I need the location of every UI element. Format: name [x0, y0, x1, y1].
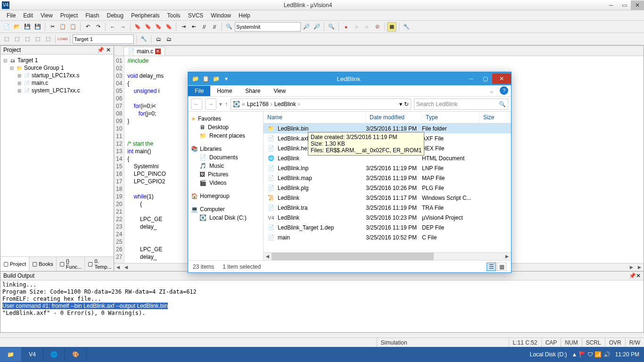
file-row[interactable]: 📄main3/25/2016 10:52 PMC File [264, 232, 511, 242]
editor-tab[interactable]: 📄 main.c ✕ [124, 47, 165, 56]
col-date[interactable]: Date modified [366, 112, 422, 123]
breadcrumb[interactable]: Lpc1768 [247, 101, 269, 107]
project-tab[interactable]: ▢{} Func... [57, 257, 85, 271]
build-icon[interactable]: ⬚ [12, 34, 22, 44]
comment-icon[interactable]: // [199, 22, 209, 32]
taskbar-drive[interactable]: Local Disk (D:) [530, 351, 567, 358]
file-row[interactable]: 📄LedBlink.tra3/25/2016 11:19 PMTRA File [264, 203, 511, 213]
col-type[interactable]: Type [422, 112, 479, 123]
ribbon-view[interactable]: View [267, 86, 292, 96]
bookmark-icon[interactable]: 🔖 [133, 22, 142, 32]
sidebar-homegroup[interactable]: Homegroup [200, 193, 230, 199]
sidebar-favorites[interactable]: Favorites [198, 115, 221, 122]
sidebar-item[interactable]: Music [209, 163, 224, 169]
tree-file[interactable]: startup_LPC17xx.s [32, 72, 79, 79]
tree-root[interactable]: Target 1 [17, 57, 38, 64]
minimize-button[interactable]: ─ [604, 0, 618, 10]
pane-close-icon[interactable]: ✕ [636, 272, 641, 279]
open-file-icon[interactable]: 📂 [12, 22, 22, 32]
sidebar-item[interactable]: Desktop [208, 124, 229, 131]
file-row[interactable]: 📄LedBlink_Target 1.dep3/25/2016 11:19 PM… [264, 222, 511, 232]
ribbon-expand-icon[interactable]: ⌵ [483, 86, 500, 96]
bookmark-next-icon[interactable]: 🔖 [154, 22, 163, 32]
close-button[interactable]: ✕ [631, 0, 644, 10]
menu-debug[interactable]: Debug [103, 11, 127, 20]
bookmark-clear-icon[interactable]: 🔖 [164, 22, 173, 32]
explorer-titlebar[interactable]: 📁 📋 📁 ▾ LedBlink ─ ▢ ✕ [188, 72, 511, 85]
redo-icon[interactable]: ↷ [93, 22, 103, 32]
address-bar[interactable]: 💽 « Lpc1768 › LedBlink › ▾ ↻ [231, 99, 411, 110]
nav-forward-button[interactable]: → [205, 99, 216, 110]
menu-file[interactable]: File [3, 11, 19, 20]
file-row[interactable]: 📄LedBlink.map3/25/2016 11:19 PMMAP File [264, 173, 511, 183]
new-file-icon[interactable]: 📄 [2, 22, 11, 32]
file-row[interactable]: 📄LedBlink.plg3/25/2016 10:26 PMPLG File [264, 183, 511, 193]
new-folder-icon[interactable]: 📁 [211, 74, 221, 84]
explorer-search[interactable]: Search LedBlink 🔍 [414, 99, 508, 110]
save-all-icon[interactable]: 💾 [33, 22, 42, 32]
project-tree[interactable]: ⊟🗂Target 1 ⊟📁Source Group 1 ⊞📄startup_LP… [0, 55, 114, 256]
build-output-text[interactable]: linking... Program Size: Code=1100 RO-da… [0, 280, 644, 332]
taskbar-explorer-icon[interactable]: 📁 [0, 347, 22, 362]
col-name[interactable]: Name [264, 112, 366, 123]
menu-window[interactable]: Window [207, 11, 235, 20]
sidebar-item[interactable]: Local Disk (C:) [209, 214, 247, 221]
explorer-sidebar[interactable]: ★Favorites 🖥Desktop 📁Recent places 📚Libr… [188, 112, 264, 260]
nav-history-icon[interactable]: ▾ [219, 101, 222, 107]
manage2-icon[interactable]: 🗂 [164, 34, 173, 44]
menu-peripherals[interactable]: Peripherals [127, 11, 164, 20]
file-row[interactable]: V4LedBlink3/25/2016 10:23 PMµVision4 Pro… [264, 213, 511, 222]
find-next-icon[interactable]: 🔎 [302, 22, 311, 32]
rebuild-icon[interactable]: ⬚ [23, 34, 32, 44]
debug-icon[interactable]: 🔍 [327, 22, 336, 32]
file-row[interactable]: 📄LedBlink.lnp3/25/2016 11:19 PMLNP File [264, 163, 511, 173]
addr-dropdown-icon[interactable]: ▾ [399, 101, 402, 107]
ribbon-file[interactable]: File [188, 86, 210, 96]
indent-icon[interactable]: ⇥ [179, 22, 188, 32]
cut-icon[interactable]: ✂ [48, 22, 57, 32]
save-icon[interactable]: 💾 [23, 22, 32, 32]
undo-icon[interactable]: ↶ [83, 22, 92, 32]
nav-back-button[interactable]: ← [191, 99, 202, 110]
menu-edit[interactable]: Edit [19, 11, 37, 20]
find-icon[interactable]: 🔍 [224, 22, 234, 32]
explorer-minimize-button[interactable]: ─ [464, 74, 478, 84]
sidebar-computer[interactable]: Computer [200, 206, 225, 213]
tray-icons[interactable]: ▲ 🚩 🛡 📶 🔊 [571, 351, 610, 358]
ribbon-home[interactable]: Home [210, 86, 239, 96]
ribbon-share[interactable]: Share [239, 86, 267, 96]
project-tab[interactable]: ▢Project [0, 257, 29, 271]
tree-file[interactable]: main.c [32, 80, 48, 86]
file-row[interactable]: 📜LedBlink3/25/2016 11:17 PMWindows Scrip… [264, 193, 511, 203]
find-files-icon[interactable]: 🔎 [312, 22, 322, 32]
menu-project[interactable]: Project [57, 11, 82, 20]
maximize-button[interactable]: ▭ [618, 0, 631, 10]
project-tab[interactable]: ▢0. Temp... [85, 257, 115, 271]
code-editor[interactable]: #include void delay_ms { unsigned i for(… [124, 56, 168, 263]
taskbar-chrome-icon[interactable]: 🌐 [43, 347, 65, 362]
taskbar[interactable]: 📁 V4 🌐 🎨 Local Disk (D:) ▲ 🚩 🛡 📶 🔊 11:20… [0, 347, 644, 362]
sidebar-item[interactable]: Documents [209, 154, 238, 161]
bp-disable-icon[interactable]: ○ [362, 22, 372, 32]
config-icon[interactable]: 🔧 [402, 22, 411, 32]
options-icon[interactable]: 🔧 [139, 34, 149, 44]
batch-build-icon[interactable]: ⬚ [33, 34, 42, 44]
nav-up-button[interactable]: ↑ [225, 101, 228, 107]
refresh-icon[interactable]: ↻ [404, 101, 409, 107]
menu-flash[interactable]: Flash [82, 11, 103, 20]
window-icon[interactable]: ▦ [387, 22, 396, 32]
project-tab[interactable]: ▢Books [29, 257, 57, 271]
sidebar-item[interactable]: Videos [209, 180, 226, 186]
pin-icon[interactable]: 📌 [629, 272, 636, 279]
menu-help[interactable]: Help [235, 11, 254, 20]
uncomment-icon[interactable]: // [210, 22, 219, 32]
explorer-maximize-button[interactable]: ▢ [478, 74, 492, 84]
taskbar-clock[interactable]: 11:20 PM [615, 351, 639, 358]
chevron-down-icon[interactable]: ▾ [221, 74, 231, 84]
view-details-icon[interactable]: ☰ [487, 263, 496, 271]
menu-svcs[interactable]: SVCS [184, 11, 207, 20]
col-size[interactable]: Size [479, 112, 511, 123]
pin-icon[interactable]: 📌 [97, 47, 104, 53]
target-combo[interactable] [73, 34, 134, 44]
copy-icon[interactable]: 📋 [58, 22, 67, 32]
